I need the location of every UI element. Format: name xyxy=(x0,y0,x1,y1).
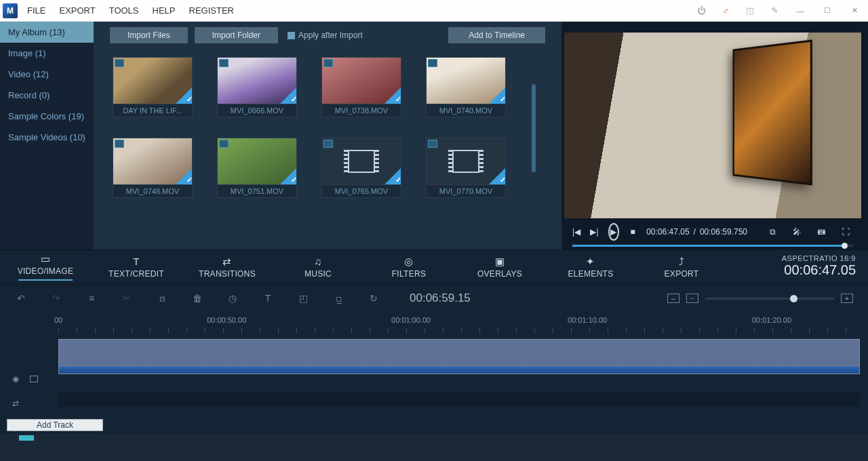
mars-icon[interactable]: ♂ xyxy=(720,5,731,16)
menu-tools[interactable]: TOOLS xyxy=(109,5,139,16)
play-button[interactable]: ▶ xyxy=(608,223,619,241)
zoom-in-icon[interactable]: + xyxy=(841,294,853,303)
tab-icon: ▭ xyxy=(41,254,50,264)
thumb-label: DAY IN THE LIF... xyxy=(113,104,193,117)
overlay-track[interactable] xyxy=(58,415,860,435)
delete-icon[interactable]: 🗑︎ xyxy=(191,293,203,304)
preview-total-time: 00:06:59.750 xyxy=(700,227,747,237)
rotate-icon[interactable]: ↻ xyxy=(368,293,380,304)
menu-help[interactable]: HELP xyxy=(153,5,176,16)
preview-seekbar[interactable] xyxy=(572,245,853,247)
tab-filters[interactable]: ◎FILTERS xyxy=(363,250,454,284)
timeline: 00 00:00:50.00 00:01:00.00 00:01:10.00 0… xyxy=(0,312,868,434)
track-header-video[interactable]: ◉ xyxy=(0,374,58,384)
add-track-button[interactable]: Add Track xyxy=(7,419,103,431)
timeline-clip[interactable] xyxy=(58,339,860,374)
app-logo: M xyxy=(3,3,18,18)
time-ruler[interactable]: 00 00:00:50.00 00:01:00.00 00:01:10.00 0… xyxy=(58,316,860,329)
seek-handle[interactable] xyxy=(842,243,848,249)
media-toolbar: Import Files Import Folder Apply after I… xyxy=(94,22,561,45)
thumb-image: ➤ xyxy=(321,57,401,104)
zoom-out-icon[interactable]: − xyxy=(686,294,698,303)
media-thumb[interactable]: MVI_0740.MOV xyxy=(426,57,506,117)
sidebar-item-sample-colors[interactable]: Sample Colors (19) xyxy=(0,106,94,127)
crop-icon[interactable]: ◰ xyxy=(297,293,309,304)
stop-button[interactable]: ■ xyxy=(629,224,637,239)
camera-icon[interactable]: 📷︎ xyxy=(814,224,829,239)
media-thumb[interactable]: MVI_0751.MOV xyxy=(217,138,297,198)
media-thumb[interactable]: DAY IN THE LIF... xyxy=(113,57,193,117)
menu-file[interactable]: FILE xyxy=(27,5,45,16)
tab-transitions[interactable]: ⇄TRANSITIONS xyxy=(182,250,273,284)
close-button[interactable]: ✕ xyxy=(848,4,861,18)
tab-elements[interactable]: ✦ELEMENTS xyxy=(545,250,636,284)
tab-text-credit[interactable]: TTEXT/CREDIT xyxy=(91,250,182,284)
speed-icon[interactable]: ◷ xyxy=(226,293,239,304)
media-type-badge xyxy=(323,140,333,148)
media-thumb[interactable]: MVI_0748.MOV xyxy=(113,138,193,198)
transition-track[interactable] xyxy=(58,392,860,407)
menu-export[interactable]: EXPORT xyxy=(59,5,95,16)
mosaic-icon[interactable]: ▫̲ xyxy=(332,293,344,304)
tab-export[interactable]: ⤴EXPORT xyxy=(636,250,727,284)
media-type-badge xyxy=(323,59,333,67)
import-files-button[interactable]: Import Files xyxy=(110,27,188,43)
selected-check-icon xyxy=(384,87,401,104)
eye-icon[interactable]: ◉ xyxy=(12,374,19,384)
maximize-button[interactable]: ☐ xyxy=(821,4,834,18)
zoom-handle[interactable] xyxy=(790,295,797,302)
sidebar-item-sample-videos[interactable]: Sample Videos (10) xyxy=(0,127,94,148)
list-icon[interactable]: ≡ xyxy=(85,293,98,304)
sidebar-item-record[interactable]: Record (0) xyxy=(0,85,94,106)
undo-icon[interactable]: ↶ xyxy=(15,293,27,304)
text-tool-icon[interactable]: T xyxy=(262,293,274,304)
ruler-tick: 00:01:10.00 xyxy=(568,316,607,324)
media-thumb[interactable]: ➤ MVI_0738.MOV xyxy=(321,57,401,117)
tab-overlays[interactable]: ▣OVERLAYS xyxy=(454,250,545,284)
overlay-clip[interactable] xyxy=(19,435,34,441)
apply-after-label: Apply after Import xyxy=(298,31,363,40)
thumb-label: MVI_0751.MOV xyxy=(217,185,297,198)
next-frame-button[interactable]: ▶| xyxy=(590,224,598,239)
preview-canvas[interactable] xyxy=(564,33,861,218)
media-scrollbar[interactable] xyxy=(532,84,536,172)
sidebar-item-video[interactable]: Video (12) xyxy=(0,64,94,85)
zoom-slider[interactable] xyxy=(705,298,834,300)
sidebar-item-my-album[interactable]: My Album (13) xyxy=(0,22,94,43)
thumb-label: MVI_0666.MOV xyxy=(217,104,297,117)
thumb-image xyxy=(426,57,506,104)
tab-icon: ▣ xyxy=(495,256,505,267)
video-track[interactable] xyxy=(58,336,860,377)
mic-icon[interactable]: 🎤︎ xyxy=(789,224,804,239)
split-icon[interactable]: ⧈ xyxy=(156,293,168,304)
tab-music[interactable]: ♫MUSIC xyxy=(273,250,363,284)
edit-icon[interactable]: ✎ xyxy=(769,5,780,16)
sidebar-item-image[interactable]: Image (1) xyxy=(0,43,94,64)
media-thumb[interactable]: MVI_0765.MOV xyxy=(321,138,401,198)
zoom-fit-icon[interactable]: ↔ xyxy=(667,294,679,303)
aspect-ratio-label: ASPECTRATIO 16:9 xyxy=(782,254,856,262)
track-header-transition[interactable]: ⇄ xyxy=(0,399,58,408)
redo-icon[interactable]: ↷ xyxy=(50,293,62,304)
media-thumb[interactable]: MVI_0770.MOV xyxy=(426,138,506,198)
import-folder-button[interactable]: Import Folder xyxy=(195,27,278,43)
thumb-label: MVI_0748.MOV xyxy=(113,185,193,198)
tab-label: OVERLAYS xyxy=(477,269,522,279)
tab-video-image[interactable]: ▭VIDEO/IMAGE xyxy=(0,250,91,284)
prev-frame-button[interactable]: |◀ xyxy=(572,224,580,239)
power-icon[interactable]: ⏻ xyxy=(696,5,707,16)
layout-icon[interactable]: ◫ xyxy=(745,5,755,16)
minimize-button[interactable]: — xyxy=(793,4,807,18)
preview-current-time: 00:06:47.05 xyxy=(646,227,689,237)
add-to-timeline-button[interactable]: Add to Timeline xyxy=(448,27,545,43)
cut-icon[interactable]: ✂ xyxy=(121,293,133,304)
thumb-image xyxy=(321,138,401,185)
media-thumb[interactable]: MVI_0666.MOV xyxy=(217,57,297,117)
menu-register[interactable]: REGISTER xyxy=(189,5,234,16)
time-separator: / xyxy=(694,227,696,237)
snapshot-marker-icon[interactable]: ⧉ xyxy=(765,224,780,239)
fullscreen-icon[interactable]: ⛶ xyxy=(838,224,853,239)
aspect-info: ASPECTRATIO 16:9 00:06:47.05 xyxy=(782,250,868,284)
checkbox-icon xyxy=(288,32,295,39)
apply-after-import-checkbox[interactable]: Apply after Import xyxy=(288,31,363,40)
